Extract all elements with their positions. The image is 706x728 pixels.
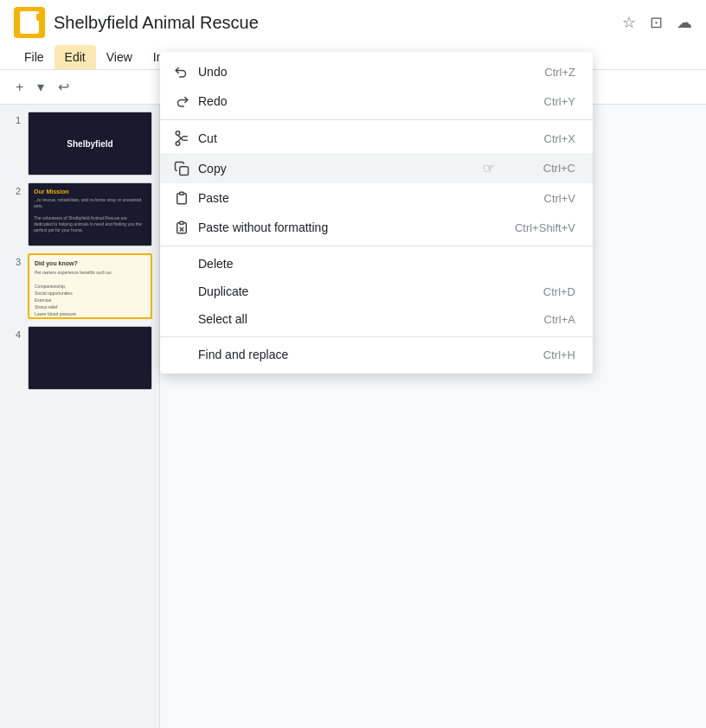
slide-1-title: Shelbyfield — [67, 139, 112, 149]
menu-item-delete[interactable]: Delete — [160, 250, 593, 278]
plus-icon: + — [16, 80, 23, 95]
cursor-hand-icon: ☞ — [483, 160, 495, 176]
slide-number-1: 1 — [7, 115, 21, 125]
cloud-icon[interactable]: ☁ — [677, 13, 692, 32]
delete-label: Delete — [198, 257, 541, 271]
divider-3 — [160, 336, 593, 337]
add-slide-button[interactable]: + — [10, 76, 29, 99]
slide-item-4[interactable]: 4 — [7, 326, 152, 390]
slide-number-3: 3 — [7, 257, 21, 267]
menu-item-find-replace[interactable]: Find and replace Ctrl+H — [160, 341, 593, 368]
undo-icon: ↩ — [58, 79, 69, 95]
duplicate-label: Duplicate — [198, 284, 509, 298]
cut-label: Cut — [198, 131, 510, 145]
slide-item-2[interactable]: 2 Our Mission ...to rescue, rehabilitate… — [7, 182, 152, 246]
paste-format-icon — [174, 220, 198, 235]
divider-1 — [160, 119, 593, 120]
find-replace-label: Find and replace — [198, 348, 509, 361]
folder-move-icon[interactable]: ⊡ — [650, 13, 663, 32]
add-slide-dropdown[interactable]: ▾ — [32, 75, 49, 99]
slide-thumb-1: Shelbyfield — [28, 112, 152, 176]
undo-label: Undo — [198, 65, 510, 79]
menu-item-paste-without[interactable]: Paste without formatting Ctrl+Shift+V — [160, 213, 593, 242]
menu-file[interactable]: File — [14, 45, 55, 69]
slide-number-2: 2 — [7, 186, 21, 196]
paste-without-label: Paste without formatting — [198, 220, 480, 234]
svg-rect-7 — [180, 192, 184, 195]
menu-item-undo[interactable]: Undo Ctrl+Z — [160, 57, 593, 86]
edit-menu-overlay: Undo Ctrl+Z Redo Ctrl+Y — [160, 52, 593, 374]
menu-item-duplicate[interactable]: Duplicate Ctrl+D — [160, 278, 593, 305]
menu-item-copy[interactable]: Copy ☞ Ctrl+C — [160, 153, 593, 183]
slide-item-3[interactable]: 3 Did you know? Pet owners experience be… — [7, 253, 152, 319]
redo-label: Redo — [198, 94, 510, 108]
paste-without-shortcut: Ctrl+Shift+V — [515, 221, 575, 234]
slide-thumb-3: Did you know? Pet owners experience bene… — [28, 253, 152, 319]
star-icon[interactable]: ☆ — [622, 13, 636, 32]
svg-point-1 — [176, 131, 180, 136]
app-icon — [14, 7, 45, 38]
divider-2 — [160, 246, 593, 246]
select-all-shortcut: Ctrl+A — [544, 313, 575, 326]
copy-label: Copy — [198, 162, 469, 176]
slide-panel: 1 Shelbyfield 2 Our Mission ...to rescue… — [0, 105, 160, 728]
undo-button[interactable]: ↩ — [53, 75, 74, 99]
menu-item-redo[interactable]: Redo Ctrl+Y — [160, 86, 593, 116]
menu-edit[interactable]: Edit — [55, 45, 96, 69]
copy-shortcut: Ctrl+C — [543, 162, 575, 175]
slide-thumb-2: Our Mission ...to rescue, rehabilitate, … — [28, 182, 152, 246]
undo-icon — [174, 64, 198, 80]
title-row: Shelbyfield Animal Rescue ☆ ⊡ ☁ — [14, 7, 692, 43]
paste-label: Paste — [198, 191, 510, 205]
redo-icon — [174, 93, 198, 109]
slide-1-content: Shelbyfield — [29, 112, 151, 175]
redo-shortcut: Ctrl+Y — [544, 95, 575, 108]
cut-icon — [174, 131, 198, 146]
find-replace-shortcut: Ctrl+H — [543, 348, 575, 361]
duplicate-shortcut: Ctrl+D — [543, 285, 575, 298]
slide-4-content — [29, 327, 151, 389]
main-area: 1 Shelbyfield 2 Our Mission ...to rescue… — [0, 105, 706, 728]
menu-item-select-all[interactable]: Select all Ctrl+A — [160, 305, 593, 333]
cut-shortcut: Ctrl+X — [544, 132, 575, 145]
doc-title: Shelbyfield Animal Rescue — [54, 13, 613, 33]
slide-3-text: Pet owners experience benefits such as:C… — [35, 269, 145, 317]
menu-item-paste[interactable]: Paste Ctrl+V — [160, 183, 593, 213]
slide-item-1[interactable]: 1 Shelbyfield — [7, 112, 152, 176]
copy-icon — [174, 161, 198, 176]
chevron-down-icon: ▾ — [37, 79, 44, 95]
paste-icon — [174, 190, 198, 206]
slide-thumb-4 — [28, 326, 152, 390]
slide-3-heading: Did you know? — [35, 260, 145, 266]
svg-point-0 — [176, 142, 180, 146]
slide-2-content: Our Mission ...to rescue, rehabilitate, … — [29, 183, 151, 246]
edit-dropdown-menu: Undo Ctrl+Z Redo Ctrl+Y — [160, 52, 593, 374]
slide-2-heading: Our Mission — [34, 188, 146, 195]
svg-rect-6 — [180, 166, 189, 175]
select-all-label: Select all — [198, 312, 510, 326]
undo-shortcut: Ctrl+Z — [544, 66, 575, 79]
menu-view[interactable]: View — [96, 45, 143, 69]
slide-3-content: Did you know? Pet owners experience bene… — [29, 255, 151, 317]
header-icons: ☆ ⊡ ☁ — [622, 13, 692, 32]
menu-item-cut[interactable]: Cut Ctrl+X — [160, 124, 593, 153]
paste-shortcut: Ctrl+V — [544, 192, 575, 205]
svg-rect-8 — [180, 221, 184, 224]
slide-number-4: 4 — [7, 329, 21, 340]
app-icon-inner — [20, 11, 39, 34]
slide-2-text: ...to rescue, rehabilitate, and re-home … — [34, 197, 146, 233]
